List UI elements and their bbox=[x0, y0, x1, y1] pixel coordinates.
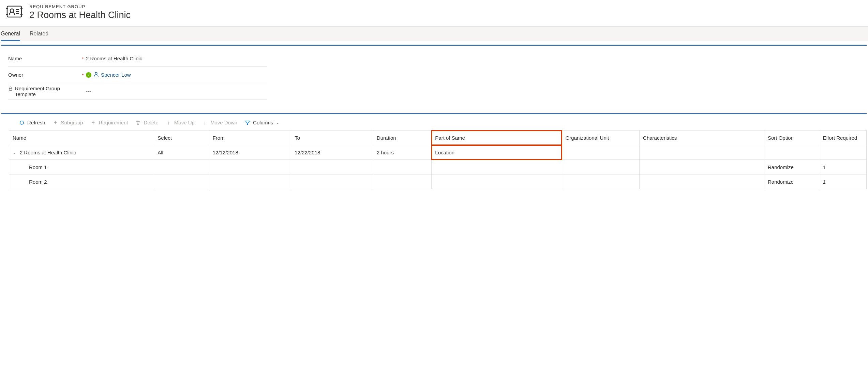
cell-org-unit[interactable] bbox=[562, 174, 639, 189]
name-label: Name bbox=[8, 56, 22, 61]
cell-sort-option[interactable] bbox=[764, 145, 819, 160]
movedown-button[interactable]: ↓ Move Down bbox=[202, 120, 237, 125]
field-row-owner: Owner * ✓ Spencer Low bbox=[8, 67, 267, 83]
chevron-down-icon: ⌄ bbox=[276, 120, 279, 125]
svg-rect-6 bbox=[9, 88, 12, 90]
cell-name: 2 Rooms at Health Clinic bbox=[20, 150, 76, 155]
delete-button[interactable]: Delete bbox=[135, 120, 158, 125]
field-row-name: Name * 2 Rooms at Health Clinic bbox=[8, 50, 267, 67]
tab-general[interactable]: General bbox=[1, 27, 20, 41]
table-row[interactable]: Room 2 Randomize 1 bbox=[9, 174, 867, 189]
record-header: REQUIREMENT GROUP 2 Rooms at Health Clin… bbox=[0, 0, 868, 26]
refresh-label: Refresh bbox=[27, 120, 45, 125]
template-field[interactable]: --- bbox=[86, 88, 91, 94]
cell-name: Room 1 bbox=[9, 160, 154, 174]
col-to[interactable]: To bbox=[291, 131, 373, 145]
movedown-label: Move Down bbox=[210, 120, 237, 125]
col-select[interactable]: Select bbox=[154, 131, 209, 145]
subgroup-label: Subgroup bbox=[61, 120, 83, 125]
cell-part-of-same[interactable] bbox=[432, 174, 562, 189]
svg-rect-0 bbox=[7, 6, 21, 17]
record-title: 2 Rooms at Health Clinic bbox=[29, 10, 131, 20]
col-sort-option[interactable]: Sort Option bbox=[764, 131, 819, 145]
cell-duration[interactable]: 2 hours bbox=[373, 145, 431, 160]
entity-type-label: REQUIREMENT GROUP bbox=[29, 4, 131, 9]
cell-name: Room 2 bbox=[9, 174, 154, 189]
cell-from[interactable] bbox=[209, 160, 291, 174]
table-row[interactable]: ⌄ 2 Rooms at Health Clinic All 12/12/201… bbox=[9, 145, 867, 160]
cell-part-of-same[interactable]: Location bbox=[432, 145, 562, 160]
filter-icon bbox=[245, 120, 250, 125]
plus-icon: ＋ bbox=[53, 120, 58, 125]
columns-button[interactable]: Columns ⌄ bbox=[245, 120, 279, 125]
cell-duration[interactable] bbox=[373, 160, 431, 174]
required-indicator: * bbox=[80, 55, 86, 62]
table-row[interactable]: Room 1 Randomize 1 bbox=[9, 160, 867, 174]
person-icon bbox=[93, 72, 99, 78]
cell-select[interactable]: All bbox=[154, 145, 209, 160]
cell-from[interactable]: 12/12/2018 bbox=[209, 145, 291, 160]
tab-related[interactable]: Related bbox=[30, 27, 48, 41]
requirement-button[interactable]: ＋ Requirement bbox=[91, 120, 128, 125]
cell-sort-option[interactable]: Randomize bbox=[764, 160, 819, 174]
moveup-button[interactable]: ↑ Move Up bbox=[166, 120, 195, 125]
chevron-down-icon[interactable]: ⌄ bbox=[13, 150, 16, 155]
requirements-table: Name Select From To Duration Part of Sam… bbox=[9, 130, 867, 189]
cell-to[interactable] bbox=[291, 174, 373, 189]
requirement-label: Requirement bbox=[99, 120, 128, 125]
verified-icon: ✓ bbox=[86, 72, 91, 78]
requirement-subgrid: Refresh ＋ Subgroup ＋ Requirement Delete … bbox=[1, 113, 867, 199]
cell-duration[interactable] bbox=[373, 174, 431, 189]
delete-label: Delete bbox=[144, 120, 158, 125]
cell-to[interactable]: 12/22/2018 bbox=[291, 145, 373, 160]
plus-icon: ＋ bbox=[91, 120, 96, 125]
arrow-down-icon: ↓ bbox=[202, 120, 208, 125]
cell-effort-required[interactable]: 1 bbox=[819, 174, 867, 189]
cell-from[interactable] bbox=[209, 174, 291, 189]
cell-org-unit[interactable] bbox=[562, 160, 639, 174]
refresh-button[interactable]: Refresh bbox=[19, 120, 45, 125]
col-from[interactable]: From bbox=[209, 131, 291, 145]
cell-effort-required[interactable] bbox=[819, 145, 867, 160]
refresh-icon bbox=[19, 120, 25, 125]
col-org-unit[interactable]: Organizational Unit bbox=[562, 131, 639, 145]
cell-org-unit[interactable] bbox=[562, 145, 639, 160]
cell-sort-option[interactable]: Randomize bbox=[764, 174, 819, 189]
arrow-up-icon: ↑ bbox=[166, 120, 171, 125]
trash-icon bbox=[135, 120, 141, 125]
required-indicator: * bbox=[80, 72, 86, 78]
entity-icon bbox=[6, 3, 23, 21]
owner-label: Owner bbox=[8, 72, 23, 78]
col-duration[interactable]: Duration bbox=[373, 131, 431, 145]
col-part-of-same[interactable]: Part of Same bbox=[432, 131, 562, 145]
moveup-label: Move Up bbox=[174, 120, 195, 125]
cell-effort-required[interactable]: 1 bbox=[819, 160, 867, 174]
cell-part-of-same[interactable] bbox=[432, 160, 562, 174]
cell-select[interactable] bbox=[154, 160, 209, 174]
owner-lookup[interactable]: Spencer Low bbox=[101, 72, 131, 78]
subgroup-button[interactable]: ＋ Subgroup bbox=[53, 120, 83, 125]
name-field[interactable]: 2 Rooms at Health Clinic bbox=[86, 56, 142, 61]
col-effort-required[interactable]: Effort Required bbox=[819, 131, 867, 145]
cell-to[interactable] bbox=[291, 160, 373, 174]
lock-icon bbox=[8, 86, 13, 92]
cell-characteristics[interactable] bbox=[640, 160, 764, 174]
svg-point-1 bbox=[10, 9, 14, 12]
field-row-template: Requirement Group Template --- bbox=[8, 83, 267, 100]
table-header-row: Name Select From To Duration Part of Sam… bbox=[9, 131, 867, 145]
template-label: Requirement Group Template bbox=[15, 86, 80, 97]
cell-select[interactable] bbox=[154, 174, 209, 189]
col-name[interactable]: Name bbox=[9, 131, 154, 145]
subgrid-toolbar: Refresh ＋ Subgroup ＋ Requirement Delete … bbox=[9, 114, 867, 130]
cell-characteristics[interactable] bbox=[640, 145, 764, 160]
svg-point-5 bbox=[95, 72, 97, 74]
columns-label: Columns bbox=[253, 120, 273, 125]
col-characteristics[interactable]: Characteristics bbox=[640, 131, 764, 145]
tab-bar: General Related bbox=[0, 26, 868, 41]
form-section-general: Name * 2 Rooms at Health Clinic Owner * … bbox=[1, 45, 867, 110]
cell-characteristics[interactable] bbox=[640, 174, 764, 189]
